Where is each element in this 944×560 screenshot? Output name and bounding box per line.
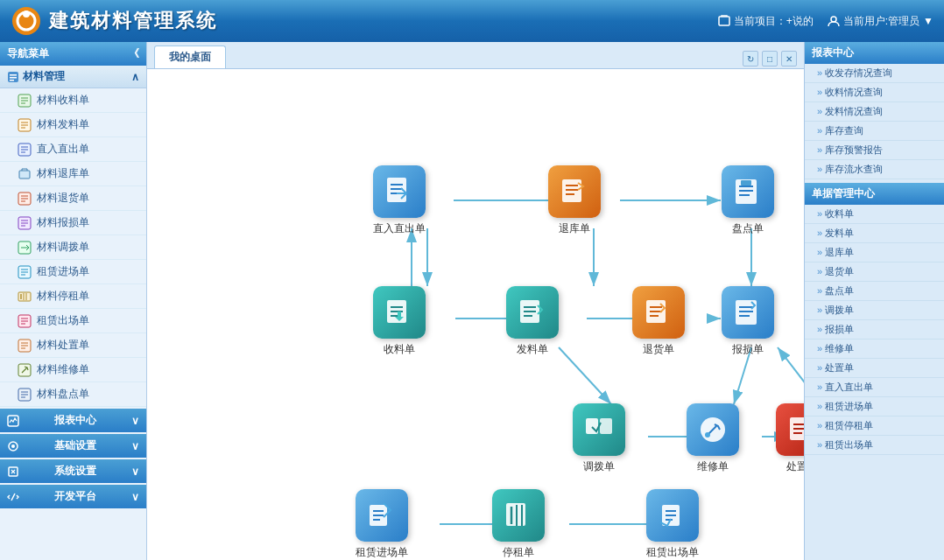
sidebar-item-damage[interactable]: 材料报损单	[0, 211, 146, 235]
close-button[interactable]: ✕	[781, 51, 797, 66]
sidebar-group-report[interactable]: 报表中心 ∨	[0, 409, 146, 432]
node-maintain[interactable]: 维修单	[687, 403, 739, 474]
sidebar-item-return-store[interactable]: 材料退库单	[0, 162, 146, 186]
rental-out-icon	[18, 314, 32, 328]
receive-icon	[18, 94, 32, 108]
report-item-2[interactable]: 发料情况查询	[805, 102, 944, 122]
node-direct-out[interactable]: 直入直出单	[373, 165, 426, 236]
node-rental-stop[interactable]: 停租单	[492, 489, 545, 560]
node-dispose[interactable]: 处置单	[776, 403, 804, 474]
voucher-center-section: 单据管理中心 收料单 发料单 退库单 退货单 盘点单 调拨单 报损单 维修单 处…	[805, 183, 944, 455]
node-issue[interactable]: 发料单	[506, 286, 559, 357]
report-item-1[interactable]: 收料情况查询	[805, 83, 944, 102]
sidebar-item-receive-label: 材料收料单	[37, 93, 89, 108]
voucher-item-2[interactable]: 退库单	[805, 243, 944, 262]
sidebar-header: 导航菜单 《	[0, 42, 146, 66]
voucher-item-11[interactable]: 租赁停租单	[805, 416, 944, 436]
content-area: 我的桌面 ↻ □ ✕	[147, 42, 804, 560]
group-expand-icon3: ∨	[131, 466, 139, 478]
node-adjust[interactable]: 调拨单	[573, 403, 625, 474]
svg-rect-15	[19, 171, 30, 178]
sidebar-item-inventory[interactable]: 材料盘点单	[0, 382, 146, 407]
report-center-title: 报表中心	[805, 42, 944, 64]
sidebar-item-return-goods[interactable]: 材料退货单	[0, 186, 146, 211]
voucher-item-5[interactable]: 调拨单	[805, 301, 944, 320]
sidebar-item-rental-in[interactable]: 租赁进场单	[0, 260, 146, 284]
voucher-item-7[interactable]: 维修单	[805, 340, 944, 359]
node-receive-label: 收料单	[384, 342, 415, 357]
node-damage[interactable]: 报损单	[722, 286, 774, 357]
node-rental-stop-icon	[492, 489, 545, 542]
app-logo-icon	[11, 5, 42, 37]
voucher-item-9[interactable]: 直入直出单	[805, 378, 944, 397]
inventory-icon	[18, 388, 32, 402]
voucher-item-1[interactable]: 发料单	[805, 224, 944, 243]
node-rental-in[interactable]: 租赁进场单	[356, 489, 408, 560]
svg-point-4	[831, 17, 836, 22]
sidebar-item-direct-out[interactable]: 直入直出单	[0, 137, 146, 162]
report-item-3[interactable]: 库存查询	[805, 122, 944, 141]
sidebar-group-system[interactable]: 系统设置 ∨	[0, 459, 146, 483]
svg-line-56	[778, 347, 804, 404]
voucher-item-8[interactable]: 处置单	[805, 359, 944, 378]
sidebar-item-rental-out[interactable]: 租赁出场单	[0, 309, 146, 333]
report-item-5[interactable]: 库存流水查询	[805, 160, 944, 179]
group-expand-icon4: ∨	[131, 491, 139, 503]
svg-point-2	[23, 10, 30, 18]
report-item-4[interactable]: 库存预警报告	[805, 141, 944, 160]
current-project[interactable]: 当前项目：+说的	[718, 14, 814, 29]
node-rental-stop-label: 停租单	[503, 545, 534, 560]
node-rental-out[interactable]: 租赁出场单	[646, 489, 699, 560]
report-item-0[interactable]: 收发存情况查询	[805, 64, 944, 83]
node-receive[interactable]: 收料单	[373, 286, 426, 357]
refresh-button[interactable]: ↻	[743, 51, 758, 66]
svg-point-71	[705, 432, 710, 438]
node-return-goods-icon	[632, 286, 685, 339]
voucher-center-title: 单据管理中心	[805, 183, 944, 205]
dev-group-icon	[7, 491, 19, 503]
report-group-icon	[7, 415, 19, 427]
node-return-store-top[interactable]: 退库单	[548, 165, 601, 236]
material-section-icon	[7, 71, 19, 83]
voucher-item-4[interactable]: 盘点单	[805, 282, 944, 301]
dispose-icon	[18, 339, 32, 353]
node-rental-in-label: 租赁进场单	[356, 545, 408, 560]
node-issue-icon	[506, 286, 559, 339]
voucher-item-10[interactable]: 租赁进场单	[805, 397, 944, 416]
maintain-icon	[18, 363, 32, 377]
voucher-item-3[interactable]: 退货单	[805, 262, 944, 282]
report-center-section: 报表中心 收发存情况查询 收料情况查询 发料情况查询 库存查询 库存预警报告 库…	[805, 42, 944, 179]
current-user[interactable]: 当前用户:管理员 ▼	[828, 14, 933, 29]
node-adjust-label: 调拨单	[583, 459, 615, 474]
node-issue-label: 发料单	[517, 342, 548, 357]
node-damage-icon	[722, 286, 774, 339]
sidebar-collapse-icon[interactable]: 《	[129, 46, 139, 61]
sidebar-item-dispose[interactable]: 材料处置单	[0, 333, 146, 358]
svg-rect-8	[10, 80, 14, 81]
flow-arrows	[147, 69, 804, 560]
node-rental-out-icon	[646, 489, 699, 542]
node-return-goods[interactable]: 退货单	[632, 286, 685, 357]
sidebar-item-maintain[interactable]: 材料维修单	[0, 358, 146, 382]
sidebar-item-rental-stop[interactable]: 材料停租单	[0, 284, 146, 309]
sidebar-item-issue[interactable]: 材料发料单	[0, 113, 146, 137]
node-inventory[interactable]: 盘点单	[722, 165, 774, 236]
sidebar-item-adjust[interactable]: 材料调拨单	[0, 235, 146, 260]
sidebar-group-dev[interactable]: 开发平台 ∨	[0, 485, 146, 508]
system-group-icon	[7, 466, 19, 478]
sidebar-section-material[interactable]: 材料管理 ∧	[0, 66, 146, 88]
svg-rect-7	[10, 77, 17, 79]
node-receive-icon	[373, 286, 426, 339]
sidebar-group-basic[interactable]: 基础设置 ∨	[0, 434, 146, 458]
voucher-item-0[interactable]: 收料单	[805, 205, 944, 224]
svg-rect-69	[600, 418, 612, 434]
adjust-icon	[18, 241, 32, 255]
voucher-item-12[interactable]: 租赁出场单	[805, 436, 944, 455]
node-maintain-icon	[687, 403, 739, 456]
maximize-button[interactable]: □	[762, 51, 778, 66]
node-damage-label: 报损单	[732, 342, 764, 357]
sidebar-item-receive[interactable]: 材料收料单	[0, 88, 146, 113]
voucher-item-6[interactable]: 报损单	[805, 320, 944, 340]
tab-desktop[interactable]: 我的桌面	[154, 46, 226, 68]
issue-icon	[18, 118, 32, 132]
